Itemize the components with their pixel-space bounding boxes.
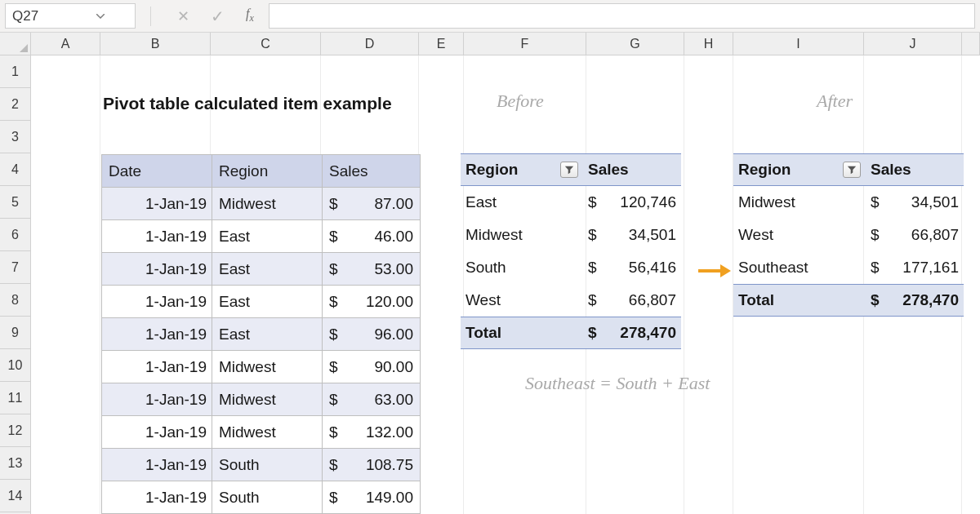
pivot-value: $177,161 <box>866 259 964 277</box>
src-region: South <box>212 449 323 481</box>
row-header-6[interactable]: 6 <box>0 219 30 251</box>
src-hdr-region: Region <box>212 155 323 188</box>
pivot-value: $ 66,807 <box>866 226 964 244</box>
filter-icon[interactable] <box>843 162 861 178</box>
pivot-row: West $ 66,807 <box>733 219 964 251</box>
src-date: 1-Jan-19 <box>102 449 212 481</box>
worksheet[interactable]: 1234567891011121314 Pivot table calculat… <box>0 55 980 514</box>
row-header-13[interactable]: 13 <box>0 447 30 480</box>
row-header-14[interactable]: 14 <box>0 480 30 512</box>
src-row: 1-Jan-19 East $53.00 <box>102 253 421 286</box>
formula-annotation: Southeast = South + East <box>525 373 710 394</box>
cells-area[interactable]: Pivot table calculated item example Befo… <box>31 55 980 514</box>
pivot-region: East <box>461 193 583 211</box>
col-header-J[interactable]: J <box>864 33 962 55</box>
pivot-after: Region Sales Midwest $ 34,501 West $ 66,… <box>733 153 964 317</box>
col-header-A[interactable]: A <box>31 33 100 55</box>
col-header-G[interactable]: G <box>586 33 684 55</box>
row-header-7[interactable]: 7 <box>0 251 30 284</box>
pivot-hdr-region: Region <box>461 161 583 179</box>
name-box-dropdown-icon[interactable] <box>71 14 130 19</box>
src-region: East <box>212 220 323 253</box>
src-region: Midwest <box>212 416 323 449</box>
col-header-C[interactable]: C <box>211 33 321 55</box>
src-date: 1-Jan-19 <box>102 416 212 449</box>
row-header-2[interactable]: 2 <box>0 88 30 121</box>
col-header-I[interactable]: I <box>733 33 864 55</box>
col-header-H[interactable]: H <box>684 33 733 55</box>
src-date: 1-Jan-19 <box>102 253 212 286</box>
select-all-corner[interactable] <box>0 33 31 55</box>
pivot-value: $ 34,501 <box>866 193 964 211</box>
formula-bar-buttons: ✕ ✓ fx <box>136 0 269 32</box>
pivot-total-value: $278,470 <box>866 291 964 309</box>
src-sales: $87.00 <box>323 188 421 220</box>
name-box-value: Q27 <box>12 8 71 24</box>
row-header-4[interactable]: 4 <box>0 153 30 186</box>
name-box[interactable]: Q27 <box>5 3 136 29</box>
src-region: East <box>212 318 323 351</box>
src-date: 1-Jan-19 <box>102 318 212 351</box>
src-hdr-date: Date <box>102 155 212 188</box>
arrow-icon <box>697 262 732 284</box>
col-header-E[interactable]: E <box>419 33 464 55</box>
row-header-3[interactable]: 3 <box>0 121 30 153</box>
col-header-F[interactable]: F <box>464 33 586 55</box>
formula-bar: Q27 ✕ ✓ fx <box>0 0 980 33</box>
pivot-region: West <box>733 226 866 244</box>
pivot-row: Southeast $177,161 <box>733 251 964 284</box>
pivot-row: Midwest $ 34,501 <box>733 186 964 219</box>
src-date: 1-Jan-19 <box>102 383 212 416</box>
src-row: 1-Jan-19 Midwest $90.00 <box>102 351 421 383</box>
src-hdr-sales: Sales <box>323 155 421 188</box>
row-header-9[interactable]: 9 <box>0 317 30 349</box>
pivot-value: $ 56,416 <box>583 259 681 277</box>
pivot-hdr-region: Region <box>733 161 866 179</box>
src-row: 1-Jan-19 Midwest $63.00 <box>102 383 421 416</box>
col-header-D[interactable]: D <box>321 33 419 55</box>
row-header-11[interactable]: 11 <box>0 382 30 414</box>
src-row: 1-Jan-19 East $46.00 <box>102 220 421 253</box>
pivot-total-label: Total <box>461 324 583 342</box>
column-headers: ABCDEFGHIJ <box>0 33 980 55</box>
src-region: East <box>212 253 323 286</box>
pivot-total: Total $278,470 <box>461 317 681 349</box>
pivot-region: West <box>461 291 583 309</box>
row-header-5[interactable]: 5 <box>0 186 30 219</box>
src-row: 1-Jan-19 Midwest $132.00 <box>102 416 421 449</box>
source-data-table: Date Region Sales 1-Jan-19 Midwest $87.0… <box>101 154 421 514</box>
fx-icon[interactable]: fx <box>246 7 254 24</box>
filter-icon[interactable] <box>560 162 578 178</box>
enter-icon: ✓ <box>211 7 225 26</box>
src-date: 1-Jan-19 <box>102 481 212 514</box>
pivot-total-value: $278,470 <box>583 324 681 342</box>
src-sales: $53.00 <box>323 253 421 286</box>
pivot-row: South $ 56,416 <box>461 251 681 284</box>
formula-input[interactable] <box>269 3 975 29</box>
src-sales: $46.00 <box>323 220 421 253</box>
pivot-region: South <box>461 259 583 277</box>
src-row: 1-Jan-19 South $108.75 <box>102 449 421 481</box>
pivot-region: Midwest <box>461 226 583 244</box>
row-header-8[interactable]: 8 <box>0 284 30 317</box>
pivot-region: Southeast <box>733 259 866 277</box>
row-header-10[interactable]: 10 <box>0 349 30 382</box>
pivot-total-label: Total <box>733 291 866 309</box>
src-region: Midwest <box>212 351 323 383</box>
row-header-1[interactable]: 1 <box>0 55 30 88</box>
col-header-B[interactable]: B <box>100 33 211 55</box>
src-sales: $96.00 <box>323 318 421 351</box>
src-row: 1-Jan-19 South $149.00 <box>102 481 421 514</box>
pivot-value: $120,746 <box>583 193 681 211</box>
src-sales: $63.00 <box>323 383 421 416</box>
pivot-hdr-sales: Sales <box>866 161 964 179</box>
pivot-total: Total $278,470 <box>733 284 964 317</box>
src-region: South <box>212 481 323 514</box>
row-header-12[interactable]: 12 <box>0 414 30 447</box>
pivot-header: Region Sales <box>461 153 681 186</box>
pivot-hdr-sales: Sales <box>583 161 681 179</box>
pivot-region: Midwest <box>733 193 866 211</box>
src-region: Midwest <box>212 188 323 220</box>
src-date: 1-Jan-19 <box>102 220 212 253</box>
src-date: 1-Jan-19 <box>102 188 212 220</box>
